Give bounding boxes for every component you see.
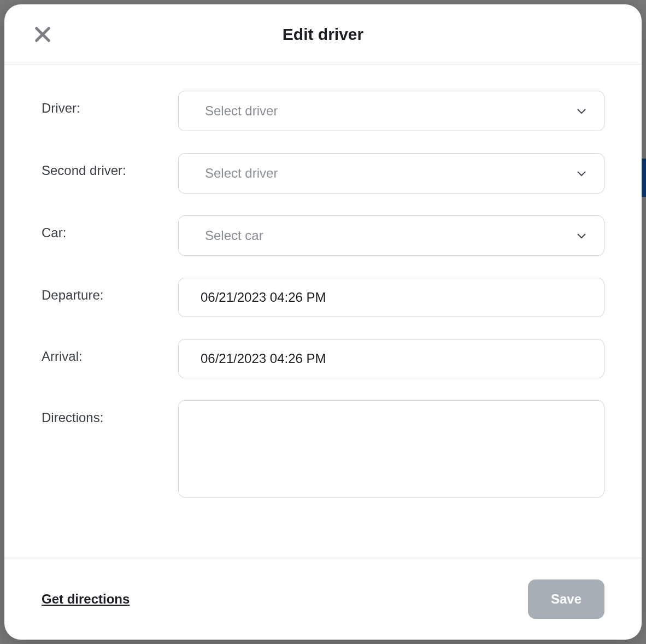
driver-label: Driver: [42, 91, 178, 116]
departure-input[interactable] [178, 278, 604, 317]
edit-driver-modal: Edit driver Driver: Select driver Second… [4, 4, 642, 640]
save-button[interactable]: Save [528, 579, 604, 619]
modal-footer: Get directions Save [4, 558, 642, 640]
arrival-row: Arrival: [42, 339, 604, 378]
modal-title: Edit driver [283, 25, 363, 44]
second-driver-label: Second driver: [42, 153, 178, 178]
close-button[interactable] [32, 24, 54, 46]
driver-select-placeholder: Select driver [205, 103, 278, 119]
directions-row: Directions: [42, 400, 604, 500]
close-icon [33, 25, 52, 45]
car-select[interactable]: Select car [178, 215, 604, 256]
directions-label: Directions: [42, 400, 178, 425]
modal-body: Driver: Select driver Second driver: Sel… [4, 65, 642, 558]
driver-select[interactable]: Select driver [178, 91, 604, 131]
arrival-label: Arrival: [42, 339, 178, 364]
driver-row: Driver: Select driver [42, 91, 604, 131]
car-label: Car: [42, 215, 178, 241]
departure-row: Departure: [42, 278, 604, 317]
modal-header: Edit driver [4, 4, 642, 65]
car-row: Car: Select car [42, 215, 604, 256]
second-driver-select[interactable]: Select driver [178, 153, 604, 194]
get-directions-link[interactable]: Get directions [42, 592, 130, 607]
directions-textarea[interactable] [178, 400, 604, 497]
car-select-placeholder: Select car [205, 228, 263, 243]
departure-label: Departure: [42, 278, 178, 303]
second-driver-select-placeholder: Select driver [205, 166, 278, 181]
second-driver-row: Second driver: Select driver [42, 153, 604, 194]
arrival-input[interactable] [178, 339, 604, 378]
